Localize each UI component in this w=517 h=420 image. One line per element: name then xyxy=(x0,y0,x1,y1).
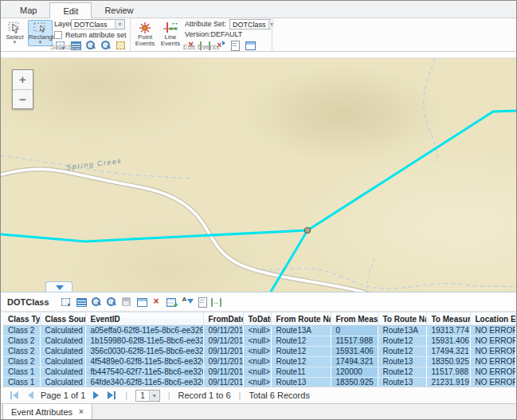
route-line-northeast[interactable] xyxy=(307,111,517,230)
table-row[interactable]: Class 2Calculated4f5489e0-62f8-11e5-8bc6… xyxy=(3,357,515,367)
zoom-to-record-icon[interactable] xyxy=(90,296,102,308)
return-attribute-set-label: Return attribute set xyxy=(65,31,127,39)
table-cell: Route12 xyxy=(271,336,331,347)
column-header[interactable]: To Route Name xyxy=(378,312,426,326)
tab-event-attributes[interactable]: Event Attributes × xyxy=(2,404,92,420)
table-cell: <null> xyxy=(243,367,271,378)
attribute-set-combobox[interactable]: DOTClass ▼ xyxy=(229,19,271,29)
column-header[interactable]: To Measure xyxy=(426,312,470,326)
table-cell: 120000 xyxy=(331,367,378,378)
zoom-in-button[interactable]: + xyxy=(13,70,33,89)
table-cell: Route12 xyxy=(378,336,426,347)
tab-edit[interactable]: Edit xyxy=(49,2,92,18)
table-cell: NO ERROR xyxy=(470,347,515,357)
table-cell: 17494.321 xyxy=(331,357,378,367)
return-attribute-set-row: Return attribute set xyxy=(54,31,127,39)
table-cell: Class 2 xyxy=(3,336,40,347)
last-page-button[interactable] xyxy=(106,391,117,399)
zoom-out-button[interactable]: − xyxy=(13,89,33,108)
first-page-button[interactable] xyxy=(9,391,20,399)
selection-group-label: Selection xyxy=(1,43,130,51)
table-cell: 11517.988 xyxy=(426,367,470,378)
close-icon[interactable]: × xyxy=(79,407,84,416)
return-attribute-set-checkbox[interactable] xyxy=(54,31,62,39)
save-edits-icon[interactable] xyxy=(120,296,132,308)
table-cell: <null> xyxy=(243,326,271,336)
application-window: Map Edit Review Select ▼ Rectangle ▼ xyxy=(0,0,517,420)
tab-review[interactable]: Review xyxy=(92,2,146,18)
table-cell: 11517.988 xyxy=(331,336,378,347)
column-header[interactable]: Class Source xyxy=(40,312,85,326)
table-cell: Route11 xyxy=(271,367,331,378)
attribute-set-label: Attribute Set: xyxy=(185,20,226,28)
previous-page-button[interactable] xyxy=(25,391,36,399)
panel-collapse-button[interactable] xyxy=(45,281,72,292)
table-cell: 09/11/2015 xyxy=(203,367,243,378)
measure-icon[interactable] xyxy=(211,298,221,307)
column-header[interactable]: FromDate xyxy=(203,312,243,326)
next-page-button[interactable] xyxy=(90,391,101,399)
panel-toolbar: DOTClass xyxy=(1,292,517,312)
column-header[interactable]: ToDate xyxy=(243,312,271,326)
column-header[interactable]: From Route Name xyxy=(271,312,331,326)
table-cell: 09/11/2015 xyxy=(203,357,243,367)
table-cell: fb447540-62f7-11e5-8bc6-ee32641d5ec9 xyxy=(85,367,203,378)
column-header[interactable]: Class Type xyxy=(3,312,40,326)
total-records-label: Total 6 Records xyxy=(249,391,309,400)
select-records-icon[interactable] xyxy=(60,296,72,308)
creek-line xyxy=(367,257,375,289)
show-selected-records-icon[interactable] xyxy=(75,296,87,308)
table-cell: Route12 xyxy=(271,347,331,357)
pan-to-record-icon[interactable] xyxy=(105,296,117,308)
table-cell: 356c0030-62f8-11e5-8bc6-ee32641d5ec9 xyxy=(85,347,203,357)
tab-map[interactable]: Map xyxy=(7,2,49,18)
table-cell: Class 1 xyxy=(3,367,40,378)
edit-events-group: Point Events Line Events Attribute Set: … xyxy=(131,18,272,52)
road-line xyxy=(1,169,377,292)
column-header[interactable]: From Measure xyxy=(331,312,378,326)
table-cell: Calculated xyxy=(40,357,85,367)
table-cell: Calculated xyxy=(40,336,85,347)
page-number-combobox[interactable]: 1 ▼ xyxy=(135,390,160,402)
table-cell: 09/11/2015 xyxy=(203,347,243,357)
table-cell: <null> xyxy=(243,357,271,367)
version-value: DEFAULT xyxy=(211,30,243,38)
add-record-icon[interactable] xyxy=(166,296,178,308)
edit-events-group-label: Edit Events xyxy=(131,43,272,51)
delete-record-icon[interactable] xyxy=(151,296,163,308)
chevron-down-icon[interactable]: ▼ xyxy=(115,20,124,29)
table-row[interactable]: Class 2Calculated1b159980-62f8-11e5-8bc6… xyxy=(3,336,515,347)
table-cell: Route13A xyxy=(378,326,426,336)
route-line-west[interactable] xyxy=(1,230,307,241)
table-cell: Route12 xyxy=(378,367,426,378)
layer-combobox[interactable]: DOTClass ▼ xyxy=(71,19,125,29)
selection-group: Select ▼ Rectangle ▼ Layer: DOTClass ▼ xyxy=(1,18,131,52)
panel-title: DOTClass xyxy=(7,297,49,307)
route-junction-marker[interactable] xyxy=(305,228,311,234)
table-cell: 19313.774 xyxy=(426,326,470,336)
chevron-down-icon[interactable]: ▼ xyxy=(149,391,159,401)
table-cell: NO ERROR xyxy=(470,326,515,336)
ribbon-tab-bar: Map Edit Review xyxy=(1,1,516,18)
table-cell: Route13A xyxy=(271,326,331,336)
attribute-grid-icon[interactable] xyxy=(135,296,147,308)
road-casing xyxy=(1,169,377,292)
table-cell: Route12 xyxy=(271,357,331,367)
sort-records-icon[interactable] xyxy=(181,296,193,308)
table-cell: NO ERROR xyxy=(470,357,515,367)
table-body: Class 2Calculateda05effa0-62f8-11e5-8bc6… xyxy=(3,326,515,388)
open-form-icon[interactable] xyxy=(196,296,208,308)
table-row[interactable]: Class 1Calculatedfb447540-62f7-11e5-8bc6… xyxy=(3,367,515,378)
table-cell: Class 2 xyxy=(3,357,40,367)
table-cell: Class 2 xyxy=(3,326,40,336)
map-canvas[interactable]: Spring Creek + − xyxy=(1,57,517,292)
line-events-icon xyxy=(163,22,178,34)
table-cell: 1b159980-62f8-11e5-8bc6-ee32641d5ec9 xyxy=(85,336,203,347)
column-header[interactable]: Location Error xyxy=(470,312,515,326)
column-header[interactable]: EventID xyxy=(85,312,203,326)
table-row[interactable]: Class 2Calculateda05effa0-62f8-11e5-8bc6… xyxy=(3,326,515,336)
table-row[interactable]: Class 2Calculated356c0030-62f8-11e5-8bc6… xyxy=(3,347,515,357)
chevron-down-icon[interactable]: ▼ xyxy=(268,20,275,29)
record-range-label: Record 1 to 6 xyxy=(178,391,231,400)
table-cell: 4f5489e0-62f8-11e5-8bc6-ee32641d5ec9 xyxy=(85,357,203,367)
